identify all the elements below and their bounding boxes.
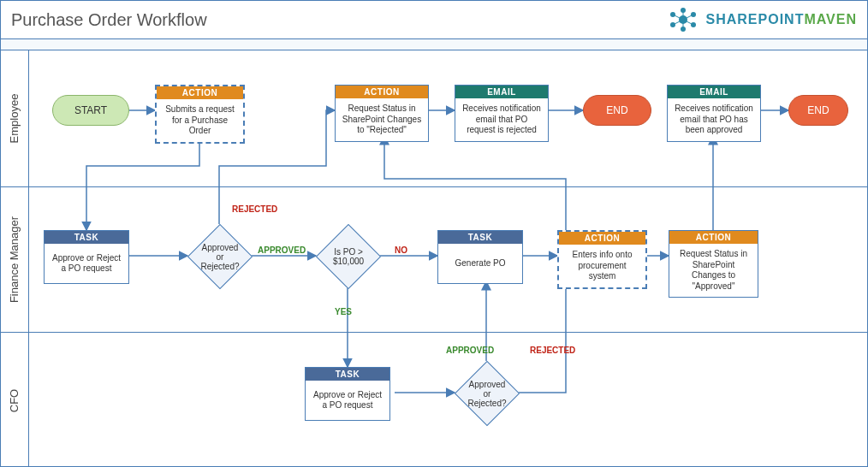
node-body: Request Status in SharePoint Changes to …: [669, 244, 758, 297]
node-head: EMAIL: [668, 86, 760, 98]
logo-icon: [666, 8, 700, 32]
node-head: ACTION: [669, 231, 758, 244]
email-approved: EMAIL Receives notification email that P…: [667, 85, 761, 142]
lane-cfo: CFO: [1, 333, 867, 467]
logo: SHAREPOINTMAVEN: [666, 8, 857, 32]
label-amt-no: NO: [395, 245, 407, 255]
action-submit: ACTION Submits a request for a Purchase …: [155, 85, 245, 144]
node-body: Submits a request for a Purchase Order: [157, 99, 243, 142]
node-head: ACTION: [336, 86, 428, 98]
node-head: ACTION: [559, 232, 645, 245]
logo-text: SHAREPOINTMAVEN: [705, 12, 857, 27]
label-fm-rejected: REJECTED: [232, 204, 277, 214]
node-body: Generate PO: [438, 244, 522, 283]
task-generate-po: TASK Generate PO: [437, 230, 523, 284]
lane-label-finance: Finance Manager: [1, 187, 29, 332]
email-rejected: EMAIL Receives notification email that P…: [455, 85, 549, 142]
node-body: Approve or Reject a PO request: [45, 244, 128, 283]
action-status-rejected: ACTION Request Status in SharePoint Chan…: [335, 85, 429, 142]
title-bar: Purchase Order Workflow: [1, 1, 867, 39]
page-title: Purchase Order Workflow: [11, 10, 207, 30]
node-body: Receives notification email that PO has …: [668, 98, 760, 141]
action-status-approved: ACTION Request Status in SharePoint Chan…: [669, 230, 758, 298]
task-fm-approve: TASK Approve or Reject a PO request: [44, 230, 129, 284]
spacer: [1, 39, 867, 50]
node-head: EMAIL: [455, 86, 548, 98]
node-body: Request Status in SharePoint Changes to …: [336, 98, 428, 141]
node-body: Approve or Reject a PO request: [306, 381, 389, 420]
end-terminator-1: END: [583, 95, 651, 126]
lane-label-cfo: CFO: [1, 333, 29, 467]
node-body: Receives notification email that PO requ…: [455, 98, 548, 141]
label-fm-approved: APPROVED: [258, 245, 306, 255]
start-terminator: START: [52, 95, 129, 126]
lane-label-employee: Employee: [1, 50, 29, 186]
diagram-page: Purchase Order Workflow: [0, 0, 868, 467]
node-head: TASK: [45, 231, 128, 244]
end-terminator-2: END: [788, 95, 848, 126]
label-cfo-approved: APPROVED: [446, 346, 494, 355]
node-body: Enters info onto procurement system: [559, 245, 645, 287]
node-head: ACTION: [157, 86, 243, 99]
swimlanes: Employee Finance Manager CFO: [1, 50, 867, 467]
task-cfo-approve: TASK Approve or Reject a PO request: [305, 367, 390, 421]
label-amt-yes: YES: [335, 307, 352, 316]
action-enter-info: ACTION Enters info onto procurement syst…: [557, 230, 647, 289]
node-head: TASK: [438, 231, 522, 244]
label-cfo-rejected: REJECTED: [530, 346, 575, 355]
node-head: TASK: [306, 368, 389, 381]
